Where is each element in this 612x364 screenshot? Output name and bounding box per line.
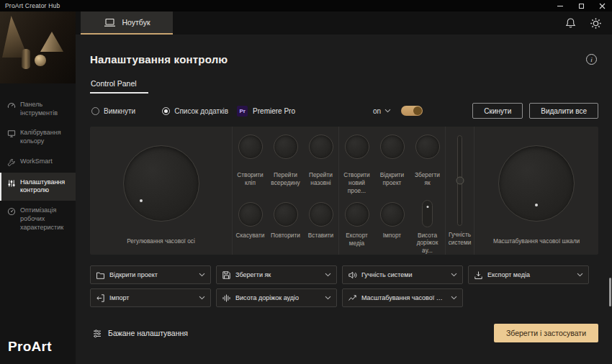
knob-new-project[interactable]	[345, 135, 369, 159]
controls-row: Вимкнути Список додатків Pr Premiere Pro…	[90, 102, 598, 119]
timeline-adjust-dial[interactable]	[123, 145, 199, 222]
app-enable-toggle[interactable]	[401, 106, 423, 116]
device-tab-bar: Ноутбук	[76, 12, 612, 35]
radio-app-list-label: Список додатків	[174, 107, 228, 115]
sidebar-item-performance-optimization[interactable]: Оптимізація робочих характеристик	[0, 201, 76, 237]
tab-control-panel[interactable]: Control Panel	[90, 79, 148, 94]
dial-indicator-dot	[140, 199, 143, 202]
knob-label: Висота доріжок ау...	[410, 232, 445, 255]
knob-label: Створити новий прое...	[339, 171, 374, 201]
knob-label: Створити кліп	[233, 171, 268, 201]
knob-label: Експорт медіа	[339, 232, 374, 247]
control-mapping-panel: Регулювання часової осі Створити кліп Ск…	[90, 127, 598, 255]
titlebar: ProArt Creator Hub	[0, 0, 612, 12]
dropdown-save-as[interactable]: Зберегти як	[216, 265, 337, 284]
speaker-icon	[348, 270, 357, 280]
knob-import[interactable]	[380, 202, 405, 227]
laptop-icon	[104, 18, 116, 27]
knob-label: Перейти всередину	[268, 171, 303, 201]
chevron-down-icon	[384, 109, 391, 113]
folder-icon	[96, 270, 105, 280]
state-select-value: on	[373, 107, 381, 115]
knob-open-project[interactable]	[380, 135, 405, 159]
chevron-down-icon	[451, 273, 457, 277]
sidebar-item-control-settings[interactable]: Налаштування контролю	[0, 173, 76, 201]
radio-dot	[91, 107, 99, 115]
timeline-zoom-dial-label: Масштабування часової шкали	[492, 237, 581, 245]
state-select[interactable]: on	[373, 107, 391, 115]
minimize-button[interactable]	[556, 1, 564, 10]
wrench-icon	[7, 158, 16, 167]
timeline-zoom-icon	[348, 294, 357, 303]
system-volume-slider[interactable]	[457, 135, 462, 226]
logo-sphere-shape	[35, 55, 46, 66]
tab-laptop[interactable]: Ноутбук	[81, 12, 173, 35]
delete-all-button[interactable]: Видалити все	[529, 103, 598, 119]
sidebar-item-dashboard[interactable]: Панель інструментів	[0, 95, 76, 123]
page-title: Налаштування контролю	[90, 53, 228, 65]
radio-disable[interactable]: Вимкнути	[91, 107, 135, 115]
knob-label: Зберегти як	[410, 171, 445, 201]
main-area: Ноутбук Налаштування контролю i	[76, 12, 612, 364]
sidebar-item-color-calibration[interactable]: Калібрування кольору	[0, 123, 76, 151]
preferences-sliders-icon	[92, 329, 102, 338]
proart-wordmark: ProArt	[8, 339, 52, 355]
slider-knob	[456, 177, 464, 185]
notifications-bell-icon[interactable]	[565, 17, 576, 29]
knob-undo[interactable]	[238, 202, 263, 227]
sidebar: Панель інструментів Калібрування кольору…	[0, 12, 76, 364]
reset-button[interactable]: Скинути	[472, 103, 523, 119]
topnav-actions	[565, 12, 612, 35]
dropdown-system-volume[interactable]: Гучність системи	[342, 265, 463, 284]
dropdown-timeline-zoom[interactable]: Масштабування часової шкали	[342, 288, 463, 307]
tab-laptop-label: Ноутбук	[122, 18, 150, 27]
proart-logo-art	[0, 12, 76, 83]
knob-paste[interactable]	[309, 202, 333, 227]
knob-label: Перейти назовні	[303, 171, 338, 201]
knob-go-outside[interactable]	[309, 135, 333, 159]
chevron-down-icon	[199, 273, 205, 277]
knob-create-clip[interactable]	[238, 135, 263, 159]
dropdown-export-media[interactable]: Експорт медіа	[468, 265, 589, 284]
dropdown-import[interactable]: Імпорт	[90, 288, 211, 307]
timeline-zoom-dial[interactable]	[498, 145, 575, 222]
chevron-down-icon	[577, 273, 583, 277]
chevron-down-icon	[451, 296, 457, 300]
knob-group-1: Створити кліп Скасувати Перейти всередин…	[232, 127, 338, 255]
preferred-settings-label: Бажане налаштування	[108, 329, 188, 337]
dropdown-open-project[interactable]: Відкрити проект	[90, 265, 211, 284]
app-window: ProArt Creator Hub Панель інструментів	[0, 0, 612, 364]
chevron-down-icon	[325, 273, 331, 277]
close-button[interactable]	[598, 1, 606, 10]
gauge-icon	[7, 101, 16, 110]
window-controls	[556, 1, 606, 10]
subtabs: Control Panel	[90, 76, 598, 94]
maximize-button[interactable]	[577, 1, 585, 10]
save-and-apply-button[interactable]: Зберегти і застосувати	[494, 324, 598, 342]
dial-indicator-dot	[535, 204, 538, 206]
audio-track-height-icon	[222, 294, 231, 303]
sidebar-nav: Панель інструментів Калібрування кольору…	[0, 95, 76, 237]
audio-track-height-control[interactable]	[422, 200, 433, 227]
toggle-knob	[413, 106, 422, 115]
preferred-settings[interactable]: Бажане налаштування	[92, 329, 188, 338]
knob-save-as[interactable]	[415, 135, 440, 159]
sidebar-item-worksmart[interactable]: WorkSmart	[0, 152, 76, 173]
chevron-down-icon	[325, 296, 331, 300]
import-icon	[96, 294, 105, 303]
sidebar-item-label: Калібрування кольору	[20, 129, 70, 145]
knob-label: Відкрити проект	[374, 171, 410, 201]
info-icon[interactable]: i	[586, 54, 597, 65]
dropdown-audio-track-height[interactable]: Висота доріжок аудіо	[216, 288, 337, 307]
knob-go-inside[interactable]	[274, 135, 298, 159]
knob-redo[interactable]	[274, 202, 298, 227]
vertical-scrollbar-thumb[interactable]	[609, 278, 611, 306]
settings-gear-icon[interactable]	[590, 17, 602, 29]
app-select-value: Premiere Pro	[253, 107, 295, 115]
chevron-down-icon	[199, 296, 205, 300]
radio-app-list[interactable]: Список додатків	[162, 107, 228, 115]
export-icon	[474, 270, 483, 280]
window-title: ProArt Creator Hub	[5, 2, 60, 9]
knob-export-media[interactable]	[345, 202, 369, 227]
app-select[interactable]: Pr Premiere Pro on	[237, 106, 391, 117]
